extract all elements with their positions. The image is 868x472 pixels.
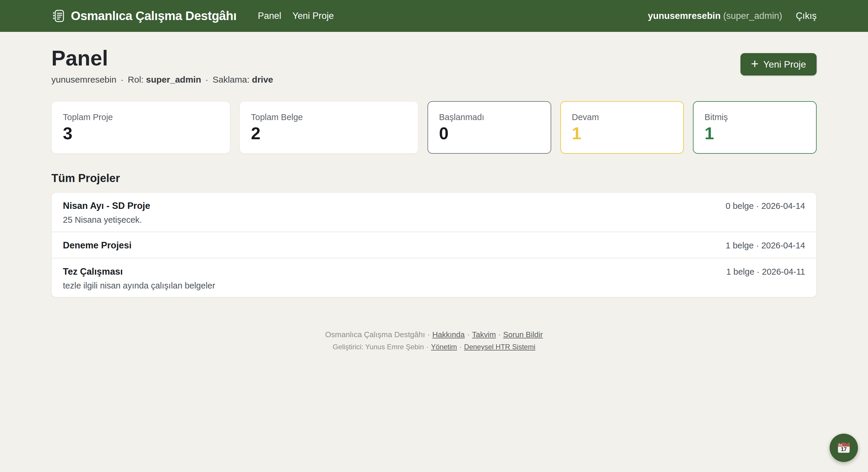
- role-label: Rol:: [128, 75, 144, 85]
- projects-heading: Tüm Projeler: [51, 172, 817, 185]
- footer-link-about[interactable]: Hakkında: [432, 330, 465, 339]
- project-meta: 1 belge · 2026-04-14: [714, 240, 805, 251]
- brand[interactable]: Osmanlıca Çalışma Destgâhı: [51, 8, 237, 23]
- user-meta: yunusemresebin · Rol: super_admin · Sakl…: [51, 73, 273, 86]
- footer-link-admin[interactable]: Yönetim: [431, 343, 457, 351]
- svg-text:JUL: JUL: [838, 443, 843, 446]
- footer-link-report-issue[interactable]: Sorun Bildir: [503, 330, 542, 339]
- project-row[interactable]: Deneme Projesi 1 belge · 2026-04-14: [52, 232, 816, 258]
- app-title: Osmanlıca Çalışma Destgâhı: [71, 9, 237, 23]
- project-meta: 0 belge · 2026-04-14: [714, 200, 805, 212]
- project-meta: 1 belge · 2026-04-11: [714, 266, 805, 278]
- stat-card-finished: Bitmiş 1: [693, 101, 817, 154]
- new-project-button-label: Yeni Proje: [763, 59, 806, 70]
- main-content: Panel yunusemresebin · Rol: super_admin …: [51, 32, 817, 351]
- page-title: Panel: [51, 46, 273, 70]
- stats-row: Toplam Proje 3 Toplam Belge 2 Başlanmadı…: [51, 101, 817, 154]
- stat-card-total-documents: Toplam Belge 2: [240, 101, 418, 154]
- project-title: Tez Çalışması: [63, 266, 215, 278]
- new-project-button[interactable]: + Yeni Proje: [740, 53, 817, 75]
- project-row[interactable]: Tez Çalışması tezle ilgili nisan ayında …: [52, 258, 816, 297]
- journal-icon: [51, 8, 66, 23]
- nav-link-panel[interactable]: Panel: [258, 11, 281, 21]
- footer-link-calendar[interactable]: Takvim: [472, 330, 496, 339]
- user-role-text: (super_admin): [723, 11, 782, 21]
- footer-link-htr-system[interactable]: Deneysel HTR Sistemi: [464, 343, 535, 351]
- footer-developer-text: Geliştirici: Yunus Emre Şebin: [333, 343, 424, 351]
- project-description: 25 Nisana yetişecek.: [63, 215, 150, 225]
- page-header: Panel yunusemresebin · Rol: super_admin …: [51, 46, 817, 86]
- stat-card-total-projects: Toplam Proje 3: [51, 101, 230, 154]
- navbar-right: yunusemresebin (super_admin) Çıkış: [648, 11, 817, 21]
- calendar-icon: JUL 17: [836, 440, 851, 455]
- navbar: Osmanlıca Çalışma Destgâhı Panel Yeni Pr…: [0, 0, 868, 32]
- svg-text:17: 17: [841, 446, 847, 452]
- project-title: Deneme Projesi: [63, 240, 132, 251]
- user-meta-name: yunusemresebin: [51, 75, 116, 85]
- username-text: yunusemresebin: [648, 11, 721, 21]
- project-list: Nisan Ayı - SD Proje 25 Nisana yetişecek…: [51, 192, 817, 297]
- footer: Osmanlıca Çalışma Destgâhı·Hakkında·Takv…: [51, 330, 817, 351]
- nav-link-new-project[interactable]: Yeni Proje: [292, 11, 334, 21]
- logout-link[interactable]: Çıkış: [796, 11, 817, 21]
- storage-value: drive: [252, 75, 273, 85]
- project-row[interactable]: Nisan Ayı - SD Proje 25 Nisana yetişecek…: [52, 193, 816, 232]
- project-title: Nisan Ayı - SD Proje: [63, 200, 150, 212]
- plus-icon: +: [751, 57, 759, 70]
- footer-line1: Osmanlıca Çalışma Destgâhı·Hakkında·Takv…: [51, 330, 817, 340]
- role-value: super_admin: [146, 75, 202, 85]
- footer-line2: Geliştirici: Yunus Emre Şebin·Yönetim·De…: [51, 342, 817, 351]
- user-label: yunusemresebin (super_admin): [648, 11, 782, 21]
- footer-app-name: Osmanlıca Çalışma Destgâhı: [325, 330, 425, 339]
- storage-label: Saklama:: [213, 75, 249, 85]
- primary-nav: Panel Yeni Proje: [258, 11, 334, 21]
- stat-card-not-started: Başlanmadı 0: [428, 101, 551, 154]
- calendar-fab-button[interactable]: JUL 17: [830, 434, 858, 462]
- project-description: tezle ilgili nisan ayında çalışılan belg…: [63, 280, 215, 291]
- stat-card-in-progress: Devam 1: [560, 101, 684, 154]
